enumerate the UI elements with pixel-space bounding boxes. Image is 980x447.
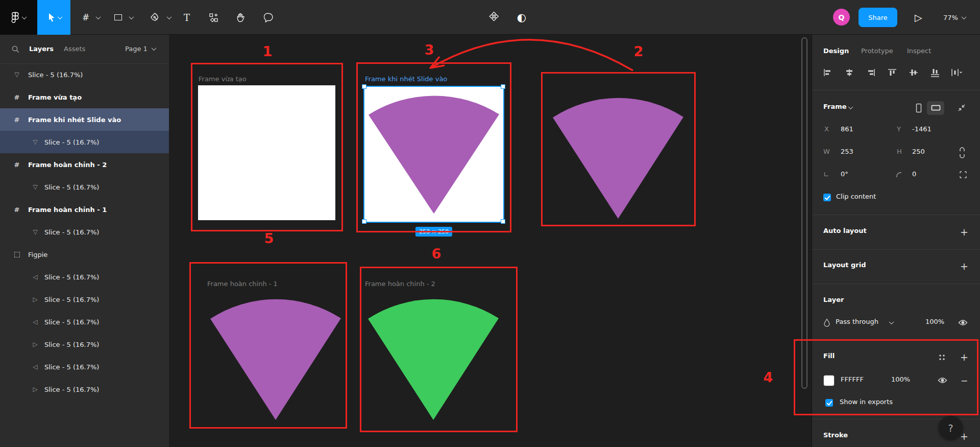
- avatar[interactable]: Q: [833, 9, 850, 26]
- chevron-down-icon: [22, 14, 27, 19]
- pen-tool-button[interactable]: [148, 0, 161, 35]
- selection-type-dropdown[interactable]: Frame: [823, 103, 847, 110]
- layer-opacity-field[interactable]: 100%: [925, 318, 944, 325]
- selection-handle-top-right[interactable]: [501, 84, 505, 89]
- theme-toggle-button[interactable]: ◐: [514, 0, 529, 35]
- x-value-field[interactable]: 861: [841, 125, 853, 133]
- frame-tool-button[interactable]: #: [79, 0, 92, 35]
- align-right-icon[interactable]: [866, 68, 875, 77]
- y-value-field[interactable]: -1461: [912, 125, 932, 133]
- tab-design[interactable]: Design: [823, 47, 849, 55]
- play-icon: ▷: [915, 12, 922, 23]
- shape-tool-button[interactable]: [111, 0, 125, 35]
- tidy-up-icon[interactable]: [909, 68, 918, 77]
- layer-row-frame[interactable]: #Frame hoàn chỉnh - 1: [0, 198, 169, 221]
- layer-row-slice[interactable]: ◁Slice - 5 (16.7%): [0, 311, 169, 333]
- annotation-number-3: 3: [425, 42, 434, 58]
- remove-fill-button[interactable]: −: [961, 375, 968, 386]
- layer-row-slice[interactable]: ◁Slice - 5 (16.7%): [0, 266, 169, 288]
- frame-tool-chevron[interactable]: [94, 0, 102, 35]
- layer-row-slice[interactable]: ◁Slice - 5 (16.7%): [0, 356, 169, 378]
- portrait-orientation-icon[interactable]: [916, 103, 922, 113]
- eye-visibility-icon[interactable]: [958, 319, 968, 326]
- fill-opacity-field[interactable]: 100%: [891, 375, 910, 383]
- chevron-down-icon: [152, 45, 157, 51]
- height-value-field[interactable]: 250: [912, 148, 925, 155]
- canvas-scrollbar[interactable]: [801, 37, 807, 389]
- hand-tool-button[interactable]: [234, 0, 248, 35]
- selection-handle-bottom-left[interactable]: [362, 219, 366, 224]
- multiplayer-tools-button[interactable]: [487, 0, 501, 35]
- independent-corners-icon[interactable]: [959, 171, 967, 179]
- layer-row-slice[interactable]: ▷Slice - 5 (16.7%): [0, 288, 169, 311]
- distribute-spacing-icon[interactable]: [951, 68, 962, 77]
- text-tool-button[interactable]: T: [180, 0, 193, 35]
- zoom-level-dropdown[interactable]: 77%: [943, 0, 966, 35]
- frame6-pie-slice[interactable]: [364, 290, 503, 428]
- x-label: X: [824, 125, 829, 133]
- layer-row-frame[interactable]: #Frame vừa tạo: [0, 86, 169, 108]
- layer-row-slice[interactable]: ▽Slice - 5 (16.7%): [0, 63, 169, 86]
- show-in-exports-checkbox[interactable]: [825, 399, 833, 407]
- chevron-down-icon: [95, 14, 101, 19]
- fill-styles-icon[interactable]: [939, 354, 945, 361]
- fill-color-swatch[interactable]: [823, 375, 835, 386]
- layer-row-frame[interactable]: #Frame hoàn chỉnh - 2: [0, 153, 169, 176]
- layer-row-slice-selected[interactable]: ▽Slice - 5 (16.7%): [0, 131, 169, 153]
- constrain-proportions-icon[interactable]: [959, 147, 965, 159]
- layer-row-frame-selected[interactable]: #Frame khi nhét Slide vào: [0, 108, 169, 131]
- frame1-label[interactable]: Frame vừa tạo: [199, 75, 247, 83]
- align-top-icon[interactable]: [888, 68, 897, 77]
- tab-assets[interactable]: Assets: [64, 45, 85, 53]
- main-menu-button[interactable]: [0, 0, 37, 35]
- fill-hex-field[interactable]: FFFFFF: [841, 375, 864, 383]
- chevron-down-icon: [57, 14, 62, 19]
- align-horizontal-center-icon[interactable]: [845, 68, 854, 77]
- add-auto-layout-button[interactable]: +: [960, 226, 968, 238]
- layers-panel: Layers Assets Page 1 ▽Slice - 5 (16.7%) …: [0, 35, 169, 447]
- frame6-label[interactable]: Frame hoàn chỉnh - 2: [365, 280, 435, 288]
- resources-tool-button[interactable]: [206, 0, 220, 35]
- layer-row-figpie[interactable]: Figpie: [0, 243, 169, 266]
- layer-row-slice[interactable]: ▽Slice - 5 (16.7%): [0, 221, 169, 243]
- frame5-label[interactable]: Frame hoàn chỉnh - 1: [207, 280, 278, 288]
- slice-left-icon: ◁: [31, 266, 40, 288]
- selection-handle-top-left[interactable]: [362, 84, 366, 89]
- selection-handle-bottom-right[interactable]: [501, 219, 505, 224]
- add-layout-grid-button[interactable]: +: [960, 261, 968, 272]
- clip-content-checkbox[interactable]: [823, 194, 831, 201]
- frame-icon: #: [12, 153, 21, 176]
- share-button[interactable]: Share: [859, 8, 897, 27]
- frame5-pie-slice[interactable]: [206, 290, 345, 428]
- layer-row-slice[interactable]: ▽Slice - 5 (16.7%): [0, 176, 169, 198]
- search-icon[interactable]: [11, 45, 20, 54]
- width-value-field[interactable]: 253: [841, 148, 853, 155]
- align-bottom-icon[interactable]: [930, 68, 940, 78]
- tab-inspect[interactable]: Inspect: [907, 47, 931, 55]
- frame2-pie-slice[interactable]: [549, 89, 688, 227]
- help-button[interactable]: ?: [939, 416, 963, 440]
- frame3-pie-slice[interactable]: [364, 87, 503, 222]
- page-selector[interactable]: Page 1: [125, 45, 148, 53]
- collapse-resize-icon[interactable]: [957, 103, 966, 112]
- blend-mode-dropdown[interactable]: Pass through: [836, 318, 878, 325]
- rotation-value-field[interactable]: 0°: [841, 170, 848, 178]
- eye-visibility-icon[interactable]: [938, 377, 947, 384]
- present-play-button[interactable]: ▷: [915, 0, 922, 35]
- layer-row-slice[interactable]: ▷Slice - 5 (16.7%): [0, 378, 169, 401]
- layer-row-slice[interactable]: ▷Slice - 5 (16.7%): [0, 333, 169, 356]
- add-fill-button[interactable]: +: [960, 351, 968, 363]
- align-left-icon[interactable]: [823, 68, 832, 77]
- figma-editor: # T: [0, 0, 980, 447]
- frame3-label[interactable]: Frame khi nhét Slide vào: [365, 75, 447, 83]
- tab-prototype[interactable]: Prototype: [861, 47, 893, 55]
- corner-radius-value-field[interactable]: 0: [912, 170, 916, 178]
- move-tool-button[interactable]: [37, 0, 70, 35]
- pen-tool-chevron[interactable]: [165, 0, 173, 35]
- slice-down-icon: ▽: [31, 176, 40, 198]
- comment-tool-button[interactable]: [262, 0, 276, 35]
- shape-tool-chevron[interactable]: [128, 0, 135, 35]
- tab-layers[interactable]: Layers: [29, 45, 54, 53]
- frame1-canvas-object[interactable]: [198, 85, 335, 220]
- fill-section-title: Fill: [823, 352, 835, 360]
